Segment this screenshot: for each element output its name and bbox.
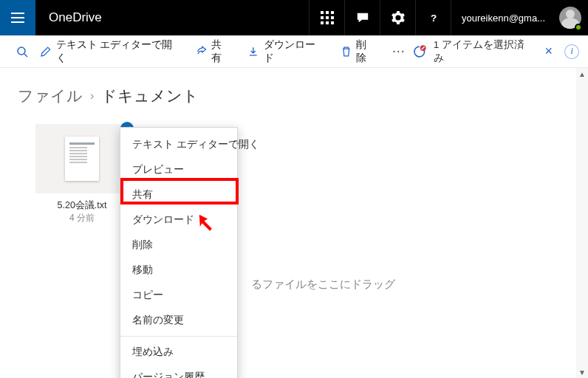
svg-text:?: ? bbox=[430, 13, 436, 24]
user-avatar-button[interactable] bbox=[553, 0, 588, 35]
context-menu-item[interactable]: プレビュー bbox=[120, 157, 237, 182]
svg-point-13 bbox=[18, 47, 25, 55]
chat-button[interactable] bbox=[344, 0, 380, 35]
svg-rect-10 bbox=[326, 21, 329, 24]
app-grid-button[interactable] bbox=[309, 0, 344, 35]
search-button[interactable] bbox=[13, 40, 31, 63]
selection-status: 1 アイテムを選択済み bbox=[434, 38, 533, 65]
breadcrumb: ファイル › ドキュメント bbox=[18, 86, 570, 106]
context-menu-item[interactable]: テキスト エディターで開く bbox=[120, 132, 237, 157]
svg-rect-11 bbox=[331, 21, 334, 24]
context-menu: テキスト エディターで開くプレビュー共有ダウンロード削除移動コピー名前の変更埋め… bbox=[120, 127, 238, 378]
svg-rect-4 bbox=[326, 11, 329, 14]
clear-selection-button[interactable]: × bbox=[540, 43, 557, 61]
open-in-editor-button[interactable]: テキスト エディターで開く bbox=[33, 40, 187, 63]
context-menu-item[interactable]: コピー bbox=[120, 283, 237, 308]
app-launcher-button[interactable] bbox=[0, 0, 35, 35]
command-bar-left: テキスト エディターで開く 共有 ダウンロード 削除 ··· bbox=[13, 40, 413, 63]
presence-dot bbox=[575, 24, 582, 31]
delete-button[interactable]: 削除 bbox=[333, 40, 384, 63]
svg-rect-5 bbox=[331, 11, 334, 14]
content-area: ファイル › ドキュメント 5.20会議.txt 4 分前 テキスト エディター… bbox=[0, 68, 588, 378]
download-icon bbox=[247, 46, 259, 58]
chat-icon bbox=[356, 11, 369, 24]
settings-button[interactable] bbox=[380, 0, 415, 35]
svg-rect-2 bbox=[11, 21, 24, 23]
drag-hint: るファイルをここにドラッグ bbox=[251, 278, 395, 292]
help-icon: ? bbox=[427, 11, 440, 24]
menu-icon bbox=[10, 10, 25, 25]
svg-rect-6 bbox=[321, 16, 324, 19]
svg-rect-1 bbox=[11, 17, 24, 18]
help-button[interactable]: ? bbox=[415, 0, 451, 35]
user-email[interactable]: youreikenn@gma... bbox=[451, 0, 553, 35]
waffle-icon bbox=[321, 11, 334, 24]
text-file-icon bbox=[65, 137, 99, 181]
delete-label: 削除 bbox=[356, 38, 376, 65]
context-menu-item[interactable]: 名前の変更 bbox=[120, 308, 237, 333]
search-icon bbox=[16, 46, 28, 58]
file-thumbnail bbox=[35, 124, 129, 193]
scroll-up-icon[interactable]: ▲ bbox=[576, 68, 588, 80]
gear-icon bbox=[392, 11, 405, 24]
svg-rect-3 bbox=[321, 11, 324, 14]
brand-title: OneDrive bbox=[35, 0, 115, 35]
pencil-icon bbox=[40, 46, 52, 58]
file-tile[interactable]: 5.20会議.txt 4 分前 bbox=[35, 124, 129, 224]
context-menu-item[interactable]: ダウンロード bbox=[120, 207, 237, 233]
open-in-editor-label: テキスト エディターで開く bbox=[56, 38, 180, 65]
file-modified: 4 分前 bbox=[35, 212, 129, 224]
context-menu-item[interactable]: 埋め込み bbox=[120, 340, 237, 365]
scroll-down-icon[interactable]: ▼ bbox=[576, 366, 588, 378]
share-label: 共有 bbox=[211, 38, 231, 65]
details-pane-button[interactable]: i bbox=[564, 44, 579, 59]
context-menu-item[interactable]: 共有 bbox=[120, 182, 237, 207]
menu-divider bbox=[120, 336, 237, 337]
scrollbar[interactable]: ▲ ▼ bbox=[576, 68, 588, 378]
svg-rect-0 bbox=[11, 13, 24, 14]
context-menu-item[interactable]: 移動 bbox=[120, 258, 237, 283]
context-menu-item[interactable]: 削除 bbox=[120, 233, 237, 258]
header-spacer bbox=[115, 0, 309, 35]
download-button[interactable]: ダウンロード bbox=[240, 40, 331, 63]
command-bar-right: 1 アイテムを選択済み × i bbox=[413, 38, 579, 65]
svg-rect-9 bbox=[321, 21, 324, 24]
overflow-menu-button[interactable]: ··· bbox=[385, 46, 413, 58]
svg-rect-8 bbox=[331, 16, 334, 19]
trash-icon bbox=[341, 46, 352, 58]
svg-line-14 bbox=[24, 54, 27, 57]
context-menu-item[interactable]: バージョン履歴 bbox=[120, 365, 237, 378]
share-button[interactable]: 共有 bbox=[188, 40, 239, 63]
breadcrumb-root[interactable]: ファイル bbox=[18, 86, 83, 106]
share-icon bbox=[196, 46, 208, 58]
chevron-right-icon: › bbox=[90, 89, 94, 103]
breadcrumb-current: ドキュメント bbox=[101, 86, 199, 106]
file-name: 5.20会議.txt bbox=[35, 199, 129, 212]
command-bar: テキスト エディターで開く 共有 ダウンロード 削除 ··· 1 アイテムを選択… bbox=[0, 35, 588, 68]
svg-rect-7 bbox=[326, 16, 329, 19]
sync-status-icon bbox=[413, 45, 426, 58]
app-header: OneDrive ? youreikenn@gma... bbox=[0, 0, 588, 35]
download-label: ダウンロード bbox=[264, 38, 324, 65]
